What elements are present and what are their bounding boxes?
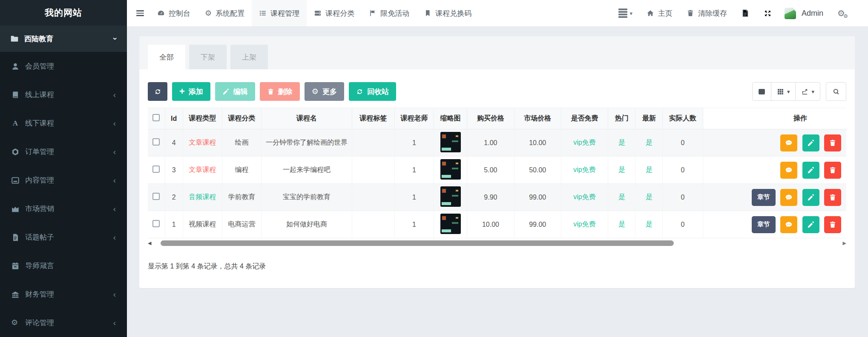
- col-buy-price[interactable]: 购买价格: [467, 108, 514, 129]
- row-edit-button[interactable]: [802, 216, 819, 233]
- recycle-bin-button[interactable]: 回收站: [349, 82, 396, 101]
- tab-off-shelf[interactable]: 下架: [189, 45, 227, 69]
- cell-newest: 是: [635, 129, 663, 157]
- gear-icon: [312, 88, 319, 95]
- cell-students: 0: [663, 211, 703, 238]
- col-market-price[interactable]: 市场价格: [514, 108, 561, 129]
- hamburger-icon[interactable]: [130, 0, 150, 26]
- export-icon: [801, 88, 808, 95]
- sidebar-item-marketing[interactable]: 市场营销: [0, 194, 127, 223]
- col-thumbnail[interactable]: 缩略图: [434, 108, 467, 129]
- col-course-name[interactable]: 课程名: [262, 108, 352, 129]
- sidebar-item-label: 财务管理: [25, 289, 54, 299]
- toolbar-right: [752, 82, 846, 101]
- sidebar-item-comments[interactable]: 评论管理: [0, 308, 127, 337]
- col-hot[interactable]: 热门: [608, 108, 635, 129]
- row-checkbox[interactable]: [152, 220, 160, 227]
- refresh-button[interactable]: [148, 82, 167, 101]
- nav-item-system-config[interactable]: 系统配置: [198, 0, 252, 26]
- comment-icon: [785, 194, 793, 201]
- add-button[interactable]: 添加: [172, 82, 210, 101]
- scroll-left-arrow-icon[interactable]: [148, 240, 151, 246]
- col-students[interactable]: 实际人数: [663, 108, 703, 129]
- row-delete-button[interactable]: [824, 162, 841, 179]
- cell-hot: 是: [608, 157, 635, 184]
- chapter-button[interactable]: 章节: [752, 189, 776, 206]
- cell-course-name: 如何做好电商: [262, 211, 352, 238]
- cell-category: 电商运营: [222, 211, 261, 238]
- top-navbar: 控制台 系统配置 课程管理 课程分类 限免活动 课程兑换码: [127, 0, 868, 26]
- select-all-checkbox[interactable]: [152, 114, 160, 121]
- sidebar-item-offline-courses[interactable]: A 线下课程: [0, 109, 127, 137]
- tab-all[interactable]: 全部: [148, 45, 185, 69]
- nav-item-home[interactable]: 主页: [647, 9, 673, 18]
- col-course-category[interactable]: 课程分类: [222, 108, 261, 129]
- sidebar-item-content[interactable]: 内容管理: [0, 166, 127, 194]
- site-brand[interactable]: 我的网站: [0, 0, 127, 26]
- col-course-teacher[interactable]: 课程老师: [394, 108, 434, 129]
- cogs-icon[interactable]: [837, 8, 845, 18]
- col-course-tag[interactable]: 课程标签: [352, 108, 394, 129]
- row-checkbox[interactable]: [152, 138, 160, 146]
- detail-view-button[interactable]: [752, 82, 771, 101]
- sidebar-item-topics[interactable]: 话题帖子: [0, 223, 127, 251]
- sidebar-item-online-courses[interactable]: 线上课程: [0, 80, 127, 109]
- row-checkbox[interactable]: [152, 193, 160, 200]
- user-icon: [11, 62, 20, 71]
- tab-on-shelf[interactable]: 上架: [230, 45, 268, 69]
- nav-item-label: 系统配置: [216, 9, 244, 18]
- language-icon[interactable]: [741, 9, 750, 17]
- table-row: 3 文章课程 编程 一起来学编程吧 1 5.00 50.00 vip免费 是 是…: [148, 157, 846, 184]
- search-icon: [833, 88, 840, 95]
- scrollbar-thumb[interactable]: [161, 240, 674, 246]
- sidebar-item-xilu-education[interactable]: 西陆教育: [0, 26, 127, 52]
- sidebar-item-label: 市场营销: [25, 204, 54, 214]
- search-button[interactable]: [826, 82, 846, 101]
- username[interactable]: Admin: [802, 9, 823, 18]
- menu-dropdown-icon[interactable]: [618, 9, 633, 17]
- detail-view-icon: [758, 88, 765, 95]
- nav-item-course-management[interactable]: 课程管理: [252, 0, 307, 26]
- row-edit-button[interactable]: [802, 134, 819, 151]
- edit-button[interactable]: 编辑: [215, 82, 255, 101]
- row-delete-button[interactable]: [824, 216, 841, 233]
- comment-button[interactable]: [780, 162, 797, 179]
- sidebar-item-finance[interactable]: 财务管理: [0, 280, 127, 308]
- chapter-button[interactable]: 章节: [752, 216, 776, 233]
- avatar[interactable]: [785, 8, 796, 19]
- gear-icon: [11, 319, 20, 327]
- col-id[interactable]: Id: [165, 108, 183, 129]
- nav-item-course-categories[interactable]: 课程分类: [307, 0, 362, 26]
- nav-item-free-activities[interactable]: 限免活动: [362, 0, 417, 26]
- col-is-free[interactable]: 是否免费: [561, 108, 608, 129]
- row-checkbox[interactable]: [152, 166, 160, 173]
- comment-button[interactable]: [780, 134, 797, 151]
- columns-button[interactable]: [771, 82, 796, 101]
- fullscreen-icon[interactable]: [764, 9, 772, 17]
- more-button[interactable]: 更多: [305, 82, 344, 101]
- scroll-right-arrow-icon[interactable]: [843, 240, 846, 246]
- row-delete-button[interactable]: [824, 189, 841, 206]
- comment-button[interactable]: [780, 189, 797, 206]
- sidebar-item-mentor-sayings[interactable]: 导师箴言: [0, 251, 127, 280]
- row-delete-button[interactable]: [824, 134, 841, 151]
- cell-course-name: 一起来学编程吧: [262, 157, 352, 184]
- cell-id: 2: [165, 184, 183, 211]
- nav-item-redeem-codes[interactable]: 课程兑换码: [417, 0, 479, 26]
- comment-button[interactable]: [780, 216, 797, 233]
- delete-button[interactable]: 删除: [260, 82, 300, 101]
- table-row: 2 音频课程 学前教育 宝宝的学前教育 1 9.90 99.00 vip免费 是…: [148, 184, 846, 211]
- export-button[interactable]: [795, 82, 820, 101]
- cell-buy-price: 1.00: [467, 129, 514, 157]
- user-menu[interactable]: Admin: [785, 8, 823, 19]
- col-newest[interactable]: 最新: [635, 108, 663, 129]
- nav-item-clear-cache[interactable]: 清除缓存: [687, 9, 727, 18]
- sidebar-item-orders[interactable]: 订单管理: [0, 137, 127, 166]
- col-course-type[interactable]: 课程类型: [183, 108, 222, 129]
- row-edit-button[interactable]: [802, 189, 819, 206]
- row-edit-button[interactable]: [802, 162, 819, 179]
- dashboard-icon: [157, 9, 165, 17]
- pencil-icon: [222, 88, 230, 95]
- nav-item-dashboard[interactable]: 控制台: [150, 0, 198, 26]
- sidebar-item-members[interactable]: 会员管理: [0, 52, 127, 80]
